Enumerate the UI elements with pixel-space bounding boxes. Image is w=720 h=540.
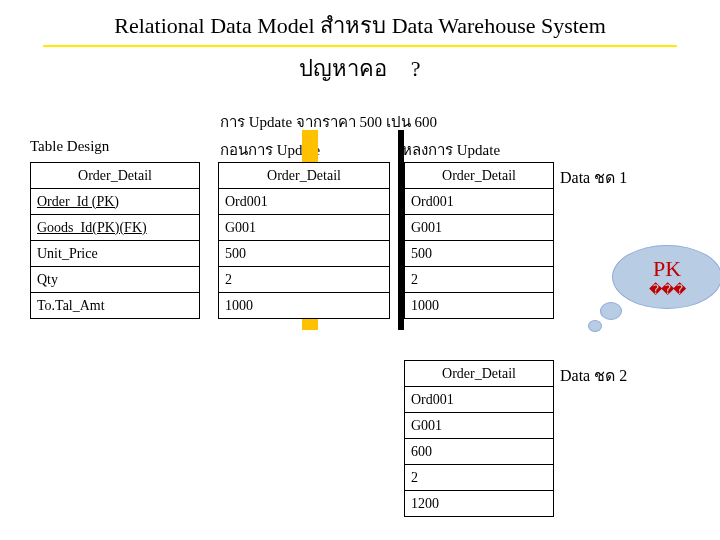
field-order-id: Order_Id (PK) xyxy=(31,189,200,215)
table-header: Order_Detail xyxy=(31,163,200,189)
update-description: การ Update จากราคา 500 เปน 600 xyxy=(220,110,437,134)
question-mark: ? xyxy=(411,56,421,82)
after-update-label: หลงการ Update xyxy=(402,138,500,162)
cell-qty: 2 xyxy=(405,465,554,491)
field-goods-id: Goods_Id(PK)(FK) xyxy=(31,215,200,241)
cell-order-id: Ord001 xyxy=(219,189,390,215)
callout-boxes: ��� xyxy=(649,282,685,298)
data-set-2-label: Data ชด 2 xyxy=(560,363,627,388)
data-set-1-label: Data ชด 1 xyxy=(560,165,627,190)
cell-unit-price: 500 xyxy=(405,241,554,267)
cell-goods-id: G001 xyxy=(405,413,554,439)
cell-order-id: Ord001 xyxy=(405,387,554,413)
cell-qty: 2 xyxy=(405,267,554,293)
cell-order-id: Ord001 xyxy=(405,189,554,215)
table-header: Order_Detail xyxy=(405,361,554,387)
table-design-label: Table Design xyxy=(30,138,109,155)
cell-total-amt: 1000 xyxy=(219,293,390,319)
cell-goods-id: G001 xyxy=(405,215,554,241)
subtitle-text: ปญหาคอ xyxy=(299,56,387,81)
cell-qty: 2 xyxy=(219,267,390,293)
page-title: Relational Data Model สำหรบ Data Warehou… xyxy=(0,0,720,45)
cell-total-amt: 1200 xyxy=(405,491,554,517)
table-header: Order_Detail xyxy=(405,163,554,189)
subtitle: ปญหาคอ ? xyxy=(0,51,720,86)
table-before: Order_Detail Ord001 G001 500 2 1000 xyxy=(218,162,390,319)
cell-unit-price: 500 xyxy=(219,241,390,267)
cell-goods-id: G001 xyxy=(219,215,390,241)
callout-tail xyxy=(600,302,622,320)
callout-pk-text: PK xyxy=(653,256,681,282)
table-header: Order_Detail xyxy=(219,163,390,189)
field-unit-price: Unit_Price xyxy=(31,241,200,267)
pk-callout: PK ��� xyxy=(612,245,720,309)
table-after-set1: Order_Detail Ord001 G001 500 2 1000 xyxy=(404,162,554,319)
field-qty: Qty xyxy=(31,267,200,293)
table-after-set2: Order_Detail Ord001 G001 600 2 1200 xyxy=(404,360,554,517)
cell-unit-price: 600 xyxy=(405,439,554,465)
field-total-amt: To.Tal_Amt xyxy=(31,293,200,319)
cell-total-amt: 1000 xyxy=(405,293,554,319)
title-underline xyxy=(43,45,677,47)
table-design: Order_Detail Order_Id (PK) Goods_Id(PK)(… xyxy=(30,162,200,319)
callout-tail-small xyxy=(588,320,602,332)
